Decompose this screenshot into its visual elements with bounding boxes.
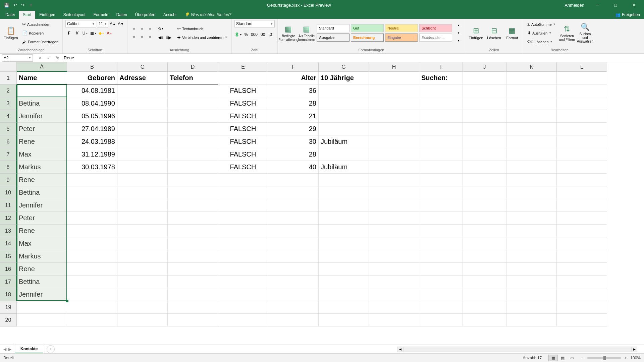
save-icon[interactable]: 💾: [4, 3, 9, 8]
cell-A3[interactable]: Bettina: [17, 97, 67, 110]
cell-L8[interactable]: [557, 161, 607, 174]
cell-C19[interactable]: [117, 301, 168, 314]
cell-B17[interactable]: [67, 276, 117, 288]
col-header-J[interactable]: J: [463, 62, 506, 72]
style-ausgabe[interactable]: Ausgabe: [317, 34, 350, 42]
cell-I12[interactable]: [419, 212, 463, 225]
cell-E10[interactable]: [218, 186, 268, 199]
cell-L18[interactable]: [557, 288, 607, 301]
cell-C14[interactable]: [117, 237, 168, 250]
format-painter-button[interactable]: 🖌Format übertragen: [21, 38, 60, 46]
cell-D7[interactable]: [168, 148, 218, 161]
cell-B7[interactable]: 31.12.1989: [67, 148, 117, 161]
cell-E5[interactable]: FALSCH: [218, 123, 268, 135]
row-header-9[interactable]: 9: [0, 174, 17, 186]
row-header-11[interactable]: 11: [0, 199, 17, 212]
cell-C15[interactable]: [117, 250, 168, 263]
col-header-K[interactable]: K: [506, 62, 557, 72]
cell-B3[interactable]: 08.04.1990: [67, 97, 117, 110]
cell-D14[interactable]: [168, 237, 218, 250]
cell-G12[interactable]: [319, 212, 369, 225]
cell-J14[interactable]: [463, 237, 506, 250]
cell-B15[interactable]: [67, 250, 117, 263]
col-header-D[interactable]: D: [168, 62, 218, 72]
cell-A8[interactable]: Markus: [17, 161, 67, 174]
cell-L6[interactable]: [557, 135, 607, 148]
cell-C1[interactable]: Adresse: [117, 72, 168, 84]
cell-J9[interactable]: [463, 174, 506, 186]
cell-A10[interactable]: Bettina: [17, 186, 67, 199]
col-header-H[interactable]: H: [369, 62, 419, 72]
cell-I8[interactable]: [419, 161, 463, 174]
sheet-nav-next-icon[interactable]: ▶: [8, 347, 11, 352]
cell-F10[interactable]: [268, 186, 319, 199]
view-page-break-button[interactable]: ▭: [567, 355, 577, 361]
cell-L4[interactable]: [557, 110, 607, 123]
cell-I3[interactable]: [419, 97, 463, 110]
col-header-B[interactable]: B: [67, 62, 117, 72]
cell-G18[interactable]: [319, 288, 369, 301]
cell-I2[interactable]: [419, 84, 463, 97]
align-center-button[interactable]: ≡: [138, 34, 146, 41]
row-header-19[interactable]: 19: [0, 301, 17, 314]
cell-L19[interactable]: [557, 301, 607, 314]
row-header-3[interactable]: 3: [0, 97, 17, 110]
align-top-button[interactable]: ≡: [130, 25, 138, 33]
cell-F9[interactable]: [268, 174, 319, 186]
view-page-layout-button[interactable]: ▤: [558, 355, 567, 361]
hscroll-left-button[interactable]: ◀: [397, 347, 403, 352]
style-gut[interactable]: Gut: [351, 24, 384, 32]
cell-G11[interactable]: [319, 199, 369, 212]
tell-me[interactable]: 💡 Was möchten Sie tun?: [180, 11, 235, 19]
cell-K18[interactable]: [506, 288, 557, 301]
cell-H17[interactable]: [369, 276, 419, 288]
cell-C8[interactable]: [117, 161, 168, 174]
row-header-14[interactable]: 14: [0, 237, 17, 250]
cell-E2[interactable]: FALSCH: [218, 84, 268, 97]
cut-button[interactable]: ✂Ausschneiden: [21, 21, 60, 28]
cell-K8[interactable]: [506, 161, 557, 174]
cell-K9[interactable]: [506, 174, 557, 186]
cell-G13[interactable]: [319, 225, 369, 237]
fill-button[interactable]: ⬇Ausfüllen▼: [526, 29, 557, 37]
align-bottom-button[interactable]: ≡: [146, 25, 154, 33]
cell-H7[interactable]: [369, 148, 419, 161]
cell-H3[interactable]: [369, 97, 419, 110]
cell-C5[interactable]: [117, 123, 168, 135]
cell-F12[interactable]: [268, 212, 319, 225]
cell-B18[interactable]: [67, 288, 117, 301]
cell-C4[interactable]: [117, 110, 168, 123]
cell-K12[interactable]: [506, 212, 557, 225]
cell-G1[interactable]: 10 Jährige: [319, 72, 369, 84]
cell-G4[interactable]: [319, 110, 369, 123]
cell-E3[interactable]: FALSCH: [218, 97, 268, 110]
col-header-F[interactable]: F: [268, 62, 319, 72]
cell-G8[interactable]: Jubiläum: [319, 161, 369, 174]
cell-J16[interactable]: [463, 263, 506, 276]
style-schlecht[interactable]: Schlecht: [419, 24, 452, 32]
cell-D18[interactable]: [168, 288, 218, 301]
increase-indent-button[interactable]: ≡▶: [165, 34, 172, 41]
style-standard[interactable]: Standard: [317, 24, 350, 32]
cell-L1[interactable]: [557, 72, 607, 84]
cell-I11[interactable]: [419, 199, 463, 212]
cell-E18[interactable]: [218, 288, 268, 301]
cell-C2[interactable]: [117, 84, 168, 97]
cell-H12[interactable]: [369, 212, 419, 225]
cell-K2[interactable]: [506, 84, 557, 97]
cell-D5[interactable]: [168, 123, 218, 135]
cell-E14[interactable]: [218, 237, 268, 250]
paste-button[interactable]: 📋 Einfügen: [3, 21, 19, 45]
cell-D6[interactable]: [168, 135, 218, 148]
zoom-slider[interactable]: [587, 357, 621, 359]
cell-K10[interactable]: [506, 186, 557, 199]
cell-B13[interactable]: [67, 225, 117, 237]
share-button[interactable]: 👥 Freigeben: [611, 11, 644, 19]
col-header-A[interactable]: A: [17, 62, 67, 72]
cell-E13[interactable]: [218, 225, 268, 237]
wrap-text-button[interactable]: ↩Textumbruch: [176, 25, 229, 33]
orientation-button[interactable]: ⟲▼: [157, 25, 164, 33]
cell-G15[interactable]: [319, 250, 369, 263]
bold-button[interactable]: F: [65, 29, 73, 37]
cell-J17[interactable]: [463, 276, 506, 288]
